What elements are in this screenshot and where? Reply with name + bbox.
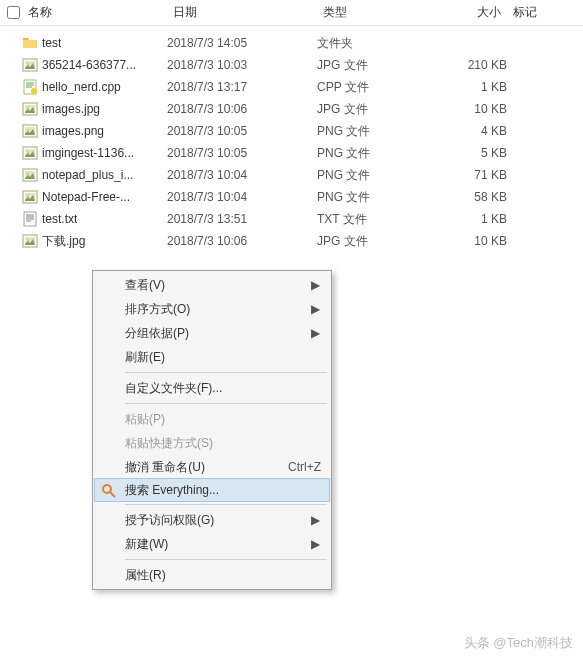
file-type: PNG 文件 — [317, 167, 412, 184]
file-size: 10 KB — [412, 234, 507, 248]
file-size: 1 KB — [412, 80, 507, 94]
chevron-right-icon: ▶ — [309, 513, 321, 527]
menu-item: 粘贴(P) — [95, 407, 329, 431]
select-all-input[interactable] — [7, 6, 20, 19]
folder-icon — [22, 35, 38, 51]
file-date: 2018/7/3 14:05 — [167, 36, 317, 50]
menu-item[interactable]: 搜索 Everything... — [94, 478, 330, 502]
file-name: test.txt — [42, 212, 77, 226]
file-type: 文件夹 — [317, 35, 412, 52]
svg-point-24 — [103, 485, 111, 493]
menu-item[interactable]: 排序方式(O)▶ — [95, 297, 329, 321]
svg-point-13 — [27, 151, 29, 153]
watermark: 头条 @Tech潮科技 — [464, 634, 573, 652]
file-date: 2018/7/3 10:03 — [167, 58, 317, 72]
search-everything-icon — [101, 483, 117, 499]
file-type: CPP 文件 — [317, 79, 412, 96]
chevron-right-icon: ▶ — [309, 302, 321, 316]
jpg-icon — [22, 57, 38, 73]
context-menu: 查看(V)▶排序方式(O)▶分组依据(P)▶刷新(E)自定义文件夹(F)...粘… — [92, 270, 332, 590]
file-row[interactable]: test2018/7/3 14:05文件夹 — [0, 32, 583, 54]
chevron-right-icon: ▶ — [309, 278, 321, 292]
menu-item[interactable]: 新建(W)▶ — [95, 532, 329, 556]
menu-item-label: 查看(V) — [125, 277, 309, 294]
file-name: hello_nerd.cpp — [42, 80, 121, 94]
menu-item[interactable]: 授予访问权限(G)▶ — [95, 508, 329, 532]
file-name: imgingest-1136... — [42, 146, 134, 160]
png-icon — [22, 123, 38, 139]
menu-item-shortcut: Ctrl+Z — [288, 460, 321, 474]
column-header-row: 名称 日期 类型 大小 标记 — [0, 0, 583, 26]
file-size: 4 KB — [412, 124, 507, 138]
menu-item-label: 分组依据(P) — [125, 325, 309, 342]
chevron-right-icon: ▶ — [309, 537, 321, 551]
column-header-tag[interactable]: 标记 — [507, 4, 567, 21]
svg-point-4 — [31, 88, 37, 94]
menu-separator — [125, 403, 327, 404]
file-row[interactable]: test.txt2018/7/3 13:51TXT 文件1 KB — [0, 208, 583, 230]
chevron-right-icon: ▶ — [309, 326, 321, 340]
menu-item-label: 排序方式(O) — [125, 301, 309, 318]
file-type: JPG 文件 — [317, 233, 412, 250]
svg-point-7 — [27, 107, 29, 109]
file-type: PNG 文件 — [317, 189, 412, 206]
select-all-checkbox[interactable] — [4, 6, 22, 19]
svg-point-19 — [27, 195, 29, 197]
file-row[interactable]: Notepad-Free-...2018/7/3 10:04PNG 文件58 K… — [0, 186, 583, 208]
file-row[interactable]: images.jpg2018/7/3 10:06JPG 文件10 KB — [0, 98, 583, 120]
svg-point-2 — [27, 63, 29, 65]
file-name: 下载.jpg — [42, 233, 85, 250]
file-size: 71 KB — [412, 168, 507, 182]
menu-item[interactable]: 刷新(E) — [95, 345, 329, 369]
file-row[interactable]: hello_nerd.cpp2018/7/3 13:17CPP 文件1 KB — [0, 76, 583, 98]
cpp-icon — [22, 79, 38, 95]
menu-item[interactable]: 查看(V)▶ — [95, 273, 329, 297]
file-size: 58 KB — [412, 190, 507, 204]
menu-item-label: 粘贴(P) — [125, 411, 321, 428]
file-date: 2018/7/3 13:51 — [167, 212, 317, 226]
file-date: 2018/7/3 10:05 — [167, 146, 317, 160]
file-date: 2018/7/3 10:06 — [167, 102, 317, 116]
jpg-icon — [22, 233, 38, 249]
file-type: JPG 文件 — [317, 101, 412, 118]
menu-item[interactable]: 属性(R) — [95, 563, 329, 587]
menu-item: 粘贴快捷方式(S) — [95, 431, 329, 455]
menu-item-label: 属性(R) — [125, 567, 321, 584]
txt-icon — [22, 211, 38, 227]
menu-item[interactable]: 分组依据(P)▶ — [95, 321, 329, 345]
file-row[interactable]: 下载.jpg2018/7/3 10:06JPG 文件10 KB — [0, 230, 583, 252]
file-name: Notepad-Free-... — [42, 190, 130, 204]
menu-separator — [125, 372, 327, 373]
file-type: JPG 文件 — [317, 57, 412, 74]
file-row[interactable]: notepad_plus_i...2018/7/3 10:04PNG 文件71 … — [0, 164, 583, 186]
menu-item-label: 新建(W) — [125, 536, 309, 553]
svg-point-10 — [27, 129, 29, 131]
png-icon — [22, 189, 38, 205]
menu-item-label: 刷新(E) — [125, 349, 321, 366]
svg-point-16 — [27, 173, 29, 175]
column-header-date[interactable]: 日期 — [167, 4, 317, 21]
file-row[interactable]: 365214-636377...2018/7/3 10:03JPG 文件210 … — [0, 54, 583, 76]
file-name: images.png — [42, 124, 104, 138]
file-type: PNG 文件 — [317, 123, 412, 140]
menu-item-label: 自定义文件夹(F)... — [125, 380, 321, 397]
file-list: test2018/7/3 14:05文件夹365214-636377...201… — [0, 26, 583, 252]
column-header-name[interactable]: 名称 — [22, 4, 167, 21]
file-size: 5 KB — [412, 146, 507, 160]
file-date: 2018/7/3 10:04 — [167, 168, 317, 182]
file-row[interactable]: imgingest-1136...2018/7/3 10:05PNG 文件5 K… — [0, 142, 583, 164]
column-header-type[interactable]: 类型 — [317, 4, 412, 21]
file-row[interactable]: images.png2018/7/3 10:05PNG 文件4 KB — [0, 120, 583, 142]
menu-item-label: 粘贴快捷方式(S) — [125, 435, 321, 452]
menu-item[interactable]: 自定义文件夹(F)... — [95, 376, 329, 400]
jpg-icon — [22, 101, 38, 117]
file-size: 1 KB — [412, 212, 507, 226]
menu-separator — [125, 559, 327, 560]
png-icon — [22, 145, 38, 161]
file-date: 2018/7/3 10:06 — [167, 234, 317, 248]
file-name: test — [42, 36, 61, 50]
file-date: 2018/7/3 10:04 — [167, 190, 317, 204]
column-header-size[interactable]: 大小 — [412, 4, 507, 21]
file-name: notepad_plus_i... — [42, 168, 133, 182]
menu-item[interactable]: 撤消 重命名(U)Ctrl+Z — [95, 455, 329, 479]
